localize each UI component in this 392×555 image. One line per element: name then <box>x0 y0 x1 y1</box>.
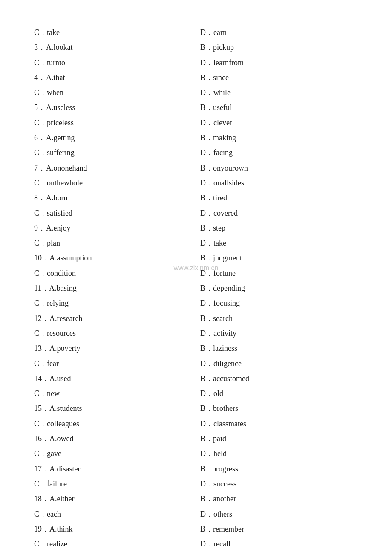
left-col: C．plan <box>34 236 196 250</box>
item-text: accustomed <box>213 372 249 386</box>
item-label: B <box>200 462 212 476</box>
table-row: C．takeD．earn <box>34 26 358 40</box>
table-row: 5．A.uselessB．useful <box>34 101 358 115</box>
item-text: covered <box>213 206 238 220</box>
item-label: C． <box>34 146 47 160</box>
table-row: 10．A.assumptionB．judgment <box>34 251 358 265</box>
table-row: 13．A.povertyB．laziness <box>34 341 358 356</box>
right-col: B．making <box>196 131 358 145</box>
right-col: B．useful <box>196 101 358 115</box>
item-text: A.used <box>49 372 71 386</box>
item-label: B． <box>200 432 213 446</box>
right-col: D．facing <box>196 146 358 160</box>
right-col: D．fortune <box>196 266 358 280</box>
item-text: focusing <box>213 296 240 310</box>
item-label: D． <box>200 206 213 220</box>
list-item: B．making <box>200 131 358 145</box>
item-label: B． <box>200 221 213 235</box>
right-col: B．dreams <box>196 552 358 555</box>
table-row: C．fearD．diligence <box>34 357 358 371</box>
left-col: 8．A.born <box>34 191 196 205</box>
item-text: others <box>213 507 232 521</box>
left-col: 11．A.basing <box>34 281 196 295</box>
list-item: D．others <box>200 507 358 521</box>
item-text: A.getting <box>46 131 75 145</box>
item-text: when <box>47 86 63 100</box>
list-item: 14．A.used <box>34 372 192 386</box>
item-text: onthewhole <box>47 176 83 190</box>
item-text: fortune <box>213 266 236 280</box>
item-text: relying <box>47 296 69 310</box>
left-col: 10．A.assumption <box>34 251 196 265</box>
item-text: new <box>47 387 60 401</box>
item-text: take <box>213 236 226 250</box>
table-row: C．sufferingD．facing <box>34 146 358 160</box>
item-label: D． <box>200 507 213 521</box>
left-col: C．when <box>34 86 196 100</box>
table-row: 7．A.ononehandB．onyourown <box>34 161 358 175</box>
item-label: C． <box>34 86 47 100</box>
left-col: 20．A.payment <box>34 552 196 555</box>
list-item: C．fear <box>34 357 192 371</box>
item-label: C． <box>34 417 47 431</box>
table-row: C．gaveD．held <box>34 447 358 461</box>
list-item: B．step <box>200 221 358 235</box>
item-text: plan <box>47 236 60 250</box>
table-row: 12．A.researchB．search <box>34 312 358 326</box>
item-label: B． <box>200 341 213 356</box>
right-col: D．others <box>196 507 358 521</box>
right-col: D．diligence <box>196 357 358 371</box>
item-label: C． <box>34 507 47 521</box>
left-col: 19．A.think <box>34 522 196 536</box>
item-text: A.assumption <box>49 251 92 265</box>
list-item: B．useful <box>200 101 358 115</box>
list-item: B．dreams <box>200 552 358 555</box>
left-col: C．colleagues <box>34 417 196 431</box>
list-item: D．held <box>200 447 358 461</box>
table-row: 11．A.basingB．depending <box>34 281 358 295</box>
list-item: 10．A.assumption <box>34 251 192 265</box>
list-item: B．judgment <box>200 251 358 265</box>
list-item: B．since <box>200 71 358 85</box>
item-text: earn <box>213 26 227 40</box>
list-item: D．recall <box>200 537 358 551</box>
list-item: B．onyourown <box>200 161 358 175</box>
list-item: D．activity <box>200 327 358 341</box>
left-col: 7．A.ononehand <box>34 161 196 175</box>
table-row: 16．A.owedB．paid <box>34 432 358 446</box>
table-row: C．relyingD．focusing <box>34 296 358 310</box>
rows-container: C．takeD．earn3．A.lookatB．pickupC．turntoD．… <box>34 26 358 555</box>
item-label: B． <box>200 131 213 145</box>
right-col: B．another <box>196 492 358 506</box>
item-text: suffering <box>47 146 75 160</box>
list-item: 20．A.payment <box>34 552 192 555</box>
item-label: D． <box>200 477 213 491</box>
right-col: D．classmates <box>196 417 358 431</box>
item-text: priceless <box>47 116 74 130</box>
table-row: C．onthewholeD．onallsides <box>34 176 358 190</box>
item-label: B． <box>200 281 213 295</box>
item-text: realize <box>47 537 67 551</box>
item-text: A.either <box>49 492 74 506</box>
list-item: D．covered <box>200 206 358 220</box>
left-col: C．each <box>34 507 196 521</box>
list-item: C．satisfied <box>34 206 192 220</box>
list-item: 5．A.useless <box>34 101 192 115</box>
right-col: D．recall <box>196 537 358 551</box>
item-text: A.students <box>49 402 82 416</box>
list-item: B．accustomed <box>200 372 358 386</box>
right-col: D．covered <box>196 206 358 220</box>
item-label: D． <box>200 537 213 551</box>
right-col: B．paid <box>196 432 358 446</box>
right-col: B．step <box>196 221 358 235</box>
item-text: fear <box>47 357 59 371</box>
list-item: B．remember <box>200 522 358 536</box>
item-text: remember <box>213 522 244 536</box>
item-text: A.basing <box>49 281 77 295</box>
item-text: clever <box>213 116 232 130</box>
table-row: C．resourcesD．activity <box>34 327 358 341</box>
item-label: C． <box>34 56 47 70</box>
list-item: D．clever <box>200 116 358 130</box>
item-text: A.enjoy <box>46 221 71 235</box>
left-col: C．satisfied <box>34 206 196 220</box>
